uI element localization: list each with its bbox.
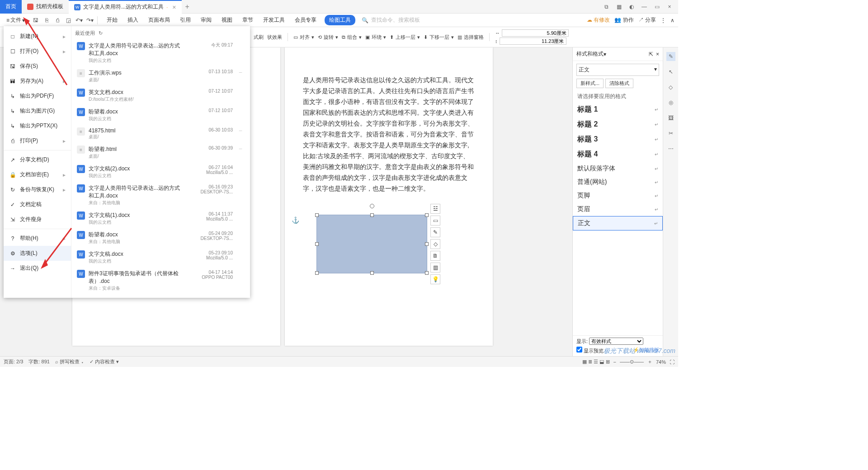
maximize-button[interactable]: ▭ bbox=[652, 2, 662, 12]
shape-tab-icon[interactable]: ◇ bbox=[666, 83, 675, 92]
current-style-select[interactable]: 正文▾ bbox=[576, 64, 659, 76]
height-input[interactable] bbox=[500, 38, 566, 45]
recent-file-item[interactable]: W 盼望着.docx来自：其他电脑 05-24 09:20DESKTOP-7S.… bbox=[75, 228, 246, 248]
file-menu-item[interactable]: ↻备份与恢复(K)▸ bbox=[4, 182, 71, 197]
zoom-in-button[interactable]: ＋ bbox=[647, 358, 652, 365]
user-icon[interactable]: ◐ bbox=[627, 2, 637, 12]
style-item[interactable]: 默认段落字体↵ bbox=[573, 162, 663, 175]
file-menu-item[interactable]: ⎙打印(P)▸ bbox=[4, 133, 71, 148]
file-menu-item[interactable]: 🔒文档加密(E)▸ bbox=[4, 167, 71, 182]
more-icon[interactable]: ⋮ bbox=[660, 17, 666, 24]
style-item[interactable]: 普通(网站)↵ bbox=[573, 175, 663, 189]
close-panel-icon[interactable]: × bbox=[656, 51, 659, 57]
style-item[interactable]: 标题 3↵ bbox=[573, 132, 663, 147]
recent-file-item[interactable]: W 文字文稿(2).docx我的云文档 06-27 16:04Mozilla/5… bbox=[75, 162, 246, 182]
unsaved-badge[interactable]: ☁ 有修改 bbox=[587, 16, 610, 24]
layout-icon[interactable]: ⧉ bbox=[601, 2, 611, 12]
tab-document[interactable]: W 文字是人类用符...远的方式和工具 · × bbox=[69, 0, 182, 14]
tab-templates[interactable]: 找稻壳模板 bbox=[22, 0, 69, 14]
handle-tr[interactable] bbox=[425, 213, 429, 217]
tab-chapter[interactable]: 章节 bbox=[241, 15, 255, 25]
tab-reference[interactable]: 引用 bbox=[178, 15, 193, 25]
more-tab-icon[interactable]: ⋯ bbox=[666, 144, 675, 153]
new-style-button[interactable]: 新样式... bbox=[576, 79, 604, 88]
recent-file-item[interactable]: W 盼望着.docx我的云文档 07-12 10:07 bbox=[75, 105, 246, 125]
recent-file-item[interactable]: W 文字文稿(1).docx我的云文档 06-14 11:37Mozilla/5… bbox=[75, 209, 246, 228]
select-tab-icon[interactable]: ↖ bbox=[666, 67, 675, 76]
down-icon[interactable]: ⬇ bbox=[424, 34, 428, 40]
pin-icon[interactable]: ⇱ bbox=[649, 51, 653, 57]
handle-ml[interactable] bbox=[315, 242, 319, 246]
layout-options-icon[interactable]: ☳ bbox=[430, 204, 440, 214]
handle-tl[interactable] bbox=[315, 213, 319, 217]
align-label[interactable]: 对齐 bbox=[300, 34, 310, 41]
style-item[interactable]: 页眉↵ bbox=[573, 202, 663, 216]
style-item[interactable]: 页脚↵ bbox=[573, 189, 663, 202]
text-icon[interactable]: 🗎 bbox=[430, 251, 440, 261]
recent-file-item[interactable]: W 英文文档.docxD:/tools/工作文档素材/ 07-12 10:07 bbox=[75, 86, 246, 105]
style-item[interactable]: 标题 4↵ bbox=[573, 147, 663, 162]
align-icon[interactable]: ▭ bbox=[293, 34, 298, 40]
handle-br[interactable] bbox=[425, 271, 429, 275]
pane-icon[interactable]: ▥ bbox=[458, 34, 462, 40]
wrap-label[interactable]: 环绕 bbox=[372, 34, 382, 41]
rotate-label[interactable]: 旋转 bbox=[324, 34, 334, 41]
clip-tab-icon[interactable]: ✂ bbox=[666, 129, 675, 138]
style-item[interactable]: 标题 1↵ bbox=[573, 102, 663, 117]
minimize-button[interactable]: — bbox=[639, 2, 649, 12]
up-icon[interactable]: ⬆ bbox=[390, 34, 394, 40]
file-menu-item[interactable]: ✓文档定稿 bbox=[4, 197, 71, 212]
fill-icon[interactable]: ▭ bbox=[430, 216, 440, 226]
tab-dev[interactable]: 开发工具 bbox=[261, 15, 287, 25]
outline-icon[interactable]: ✎ bbox=[430, 227, 440, 237]
tab-view[interactable]: 视图 bbox=[220, 15, 234, 25]
collapse-icon[interactable]: ∧ bbox=[670, 17, 675, 24]
file-menu-item[interactable]: ↳输出为PPTX(X) bbox=[4, 118, 71, 133]
brush-tab-icon[interactable]: ✎ bbox=[666, 52, 675, 61]
undo-icon[interactable]: ↶▾ bbox=[75, 16, 84, 25]
recent-file-item[interactable]: ≡ 盼望着.html桌面/ 06-30 09:39 – bbox=[75, 143, 246, 162]
zoom-out-button[interactable]: − bbox=[613, 359, 616, 365]
rotate-icon[interactable]: ⟲ bbox=[318, 34, 322, 40]
selected-shape[interactable]: ☳ ▭ ✎ ◇ 🗎 ▥ 💡 bbox=[316, 215, 427, 273]
recent-file-item[interactable]: W 文字是人类用符号记录表达...远的方式和工具.docx我的云文档 今天 09… bbox=[75, 39, 246, 66]
refresh-icon[interactable]: ↻ bbox=[99, 30, 103, 36]
spellcheck-button[interactable]: 拼写检查 bbox=[60, 359, 80, 364]
width-input[interactable] bbox=[502, 29, 569, 37]
content-check-button[interactable]: 内容检查 bbox=[95, 359, 115, 364]
idea-icon[interactable]: 💡 bbox=[430, 274, 440, 284]
recent-file-item[interactable]: ≡ 工作演示.wps桌面/ 07-13 10:18 – bbox=[75, 66, 246, 86]
coop-button[interactable]: 👥 协作 bbox=[614, 16, 633, 24]
recent-file-item[interactable]: W 文字文稿.docx我的云文档 05-23 09:10Mozilla/5.0 … bbox=[75, 248, 246, 267]
down-label[interactable]: 下移一层 bbox=[429, 34, 449, 41]
command-search[interactable]: 🔍 查找命令、搜索模板 bbox=[362, 16, 420, 24]
file-menu-item[interactable]: ↳输出为图片(G) bbox=[4, 103, 71, 118]
tab-member[interactable]: 会员专享 bbox=[293, 15, 318, 25]
format-brush-label[interactable]: 式刷 bbox=[254, 34, 264, 41]
handle-mr[interactable] bbox=[425, 242, 429, 246]
show-select[interactable]: 有效样式 bbox=[589, 338, 643, 345]
rotate-handle[interactable] bbox=[370, 204, 374, 208]
handle-tm[interactable] bbox=[370, 213, 374, 217]
style-item[interactable]: 标题 2↵ bbox=[573, 117, 663, 132]
fit-icon[interactable]: ⛶ bbox=[670, 359, 675, 365]
recent-file-item[interactable]: ≡ 41875.html桌面/ 06-30 10:03 – bbox=[75, 125, 246, 143]
tab-home[interactable]: 首页 bbox=[0, 0, 22, 14]
clear-format-button[interactable]: 清除格式 bbox=[605, 79, 633, 88]
view-icons[interactable]: ▦ ≣ ☰ ⬓ ⊞ bbox=[582, 359, 609, 365]
nav-tab-icon[interactable]: ◎ bbox=[666, 98, 675, 107]
share-button[interactable]: ↗ 分享 bbox=[638, 16, 656, 24]
file-menu-item[interactable]: ↗分享文档(D) bbox=[4, 152, 71, 167]
word-count[interactable]: 字数: 891 bbox=[28, 358, 49, 365]
shape-effect-label[interactable]: 状效果 bbox=[267, 34, 282, 41]
handle-bm[interactable] bbox=[370, 271, 374, 275]
close-icon[interactable]: × bbox=[172, 4, 176, 11]
style-item[interactable]: 正文↵ bbox=[573, 216, 663, 230]
tab-review[interactable]: 审阅 bbox=[199, 15, 213, 25]
tab-layout[interactable]: 页面布局 bbox=[146, 15, 172, 25]
group-icon[interactable]: ⧉ bbox=[342, 34, 345, 40]
redo-icon[interactable]: ↷▾ bbox=[85, 16, 94, 25]
preview-checkbox[interactable] bbox=[576, 347, 582, 352]
group-label[interactable]: 组合 bbox=[347, 34, 357, 41]
grid-icon[interactable]: ▦ bbox=[614, 2, 624, 12]
